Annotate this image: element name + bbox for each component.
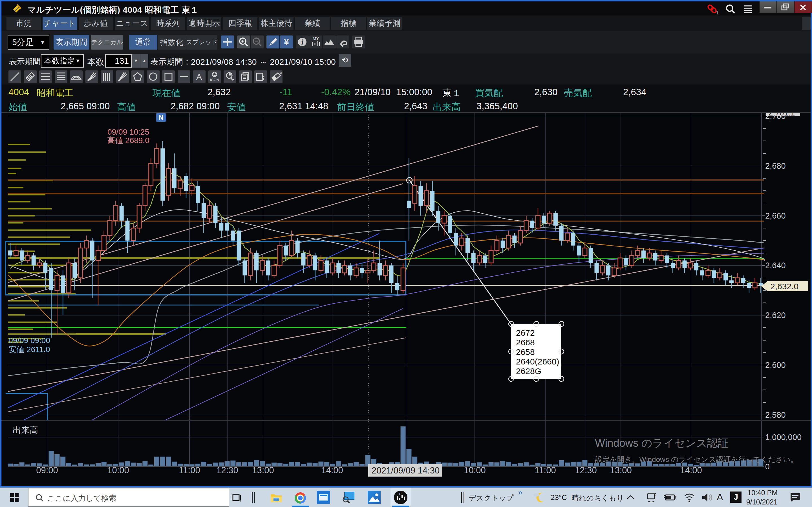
svg-text:2,640: 2,640: [765, 261, 786, 270]
svg-text:2668: 2668: [516, 338, 535, 347]
svg-text:2628G: 2628G: [516, 367, 541, 376]
svg-text:10:00: 10:00: [464, 465, 486, 475]
svg-text:12:30: 12:30: [575, 465, 597, 475]
svg-text:2,632.0: 2,632.0: [770, 282, 799, 291]
svg-text:12:30: 12:30: [216, 465, 238, 475]
svg-text:09:00: 09:00: [36, 465, 58, 475]
svg-text:1: 1: [716, 10, 719, 15]
svg-text:13:00: 13:00: [252, 465, 274, 475]
svg-text:出来高: 出来高: [13, 425, 38, 435]
svg-text:2021/09/09 14:30: 2021/09/09 14:30: [371, 466, 440, 475]
svg-text:2,620: 2,620: [765, 311, 786, 320]
svg-text:1,000,000: 1,000,000: [765, 433, 802, 442]
svg-text:11:00: 11:00: [179, 465, 200, 475]
svg-text:2,600: 2,600: [765, 360, 786, 370]
svg-text:09/09 09:00: 09/09 09:00: [8, 336, 50, 345]
svg-text:i: i: [301, 38, 303, 46]
svg-text:ICON: ICON: [210, 78, 219, 82]
svg-text:14:00: 14:00: [680, 465, 702, 475]
svg-text:MY: MY: [313, 36, 319, 41]
svg-text:A: A: [196, 72, 202, 81]
svg-text:10:00: 10:00: [107, 465, 129, 475]
svg-text:11:00: 11:00: [535, 465, 556, 475]
svg-text:Windows のライセンス認証: Windows のライセンス認証: [595, 437, 728, 449]
svg-text:高値 2689.0: 高値 2689.0: [107, 136, 149, 145]
svg-text:N: N: [158, 114, 163, 121]
svg-text:2640(2660): 2640(2660): [516, 357, 559, 366]
svg-text:2,680: 2,680: [765, 161, 786, 170]
svg-text:09/09 10:25: 09/09 10:25: [107, 128, 149, 136]
svg-text:A: A: [280, 71, 282, 75]
svg-text:13:00: 13:00: [610, 465, 632, 475]
svg-text:2,660: 2,660: [765, 211, 786, 220]
svg-text:14:00: 14:00: [321, 465, 343, 475]
svg-text:R: R: [399, 492, 402, 496]
svg-text:2,580: 2,580: [765, 410, 786, 419]
svg-text:2672: 2672: [516, 328, 535, 337]
svg-text:2658: 2658: [516, 347, 535, 356]
svg-text:2,701.1: 2,701.1: [769, 113, 795, 117]
svg-text:安値 2611.0: 安値 2611.0: [8, 345, 50, 354]
svg-text:設定を開き、Windows のライセンス認証を行ってください: 設定を開き、Windows のライセンス認証を行ってください。: [595, 455, 798, 464]
